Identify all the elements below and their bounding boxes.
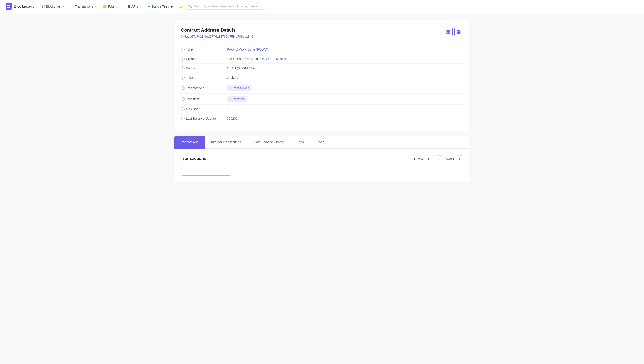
detail-row-creator: i Creator 0xc03d0b–0e2c9a at 0x94c7c2–4c… xyxy=(181,54,463,64)
filter-chevron-icon: ▼ xyxy=(427,157,430,160)
detail-row-last-balance: i Last Balance Update 390202 xyxy=(181,114,463,123)
svg-rect-2 xyxy=(7,7,8,8)
last-balance-info-icon: i xyxy=(181,117,184,120)
navbar: Blockscout ⛓ Blockchain ▼ ⇄ Transactions… xyxy=(0,0,644,13)
detail-row-transactions: i Transactions 0 Transactions xyxy=(181,82,463,94)
view-code-button[interactable] xyxy=(444,28,452,36)
last-balance-label: i Last Balance Update xyxy=(181,117,227,120)
nav-apis[interactable]: ☰ APIs ▼ xyxy=(125,3,144,10)
theme-toggle-button[interactable]: 🌙 xyxy=(177,3,184,10)
brand-icon xyxy=(6,3,12,10)
detail-row-transfers: i Transfers 0 Transfers xyxy=(181,94,463,104)
brand: Blockscout xyxy=(6,3,34,10)
transfers-info-icon: i xyxy=(181,97,184,101)
tab-logs[interactable]: Logs xyxy=(290,136,310,149)
svg-rect-8 xyxy=(457,30,460,34)
table-row-stub xyxy=(181,167,232,176)
creator-contract-link[interactable]: 0x94c7c2–4c7c91 xyxy=(260,57,286,61)
nav-network[interactable]: Stylus Testnet xyxy=(145,3,176,10)
contract-card: Contract Address Details 0x5adc67c7c11fd… xyxy=(174,20,470,130)
transfers-label: i Transfers xyxy=(181,97,227,101)
apis-chevron-icon: ▼ xyxy=(139,5,141,8)
balance-info-icon: i xyxy=(181,66,184,70)
network-status-dot xyxy=(148,6,150,7)
transactions-badge[interactable]: 0 Transactions xyxy=(227,85,252,90)
transactions-section: Transactions Filter: All ▼ ‹ Page 1 › xyxy=(174,149,470,182)
blockchain-icon: ⛓ xyxy=(42,4,45,8)
page-info: Page 1 xyxy=(445,157,454,160)
tab-transactions[interactable]: Transactions xyxy=(174,136,205,149)
balance-label: i Balance xyxy=(181,66,227,70)
tabs-list: Transactions Internal Transactions Coin … xyxy=(174,136,470,149)
svg-rect-4 xyxy=(446,30,448,32)
search-bar[interactable]: 🔍 Search by address, token symbol, name,… xyxy=(185,3,265,10)
nav-transactions[interactable]: ⇄ Transactions ▼ xyxy=(68,3,99,10)
balance-value: 0 ETH ($0.00 USD) xyxy=(227,66,255,70)
creator-address-link[interactable]: 0xc03d0b–0e2c9a xyxy=(227,57,253,61)
tab-coin-balance-history[interactable]: Coin Balance History xyxy=(248,136,290,149)
detail-row-balance: i Balance 0 ETH ($0.00 USD) xyxy=(181,64,463,73)
detail-row-gas-used: i Gas Used 0 xyxy=(181,104,463,114)
section-header: Transactions Filter: All ▼ ‹ Page 1 › xyxy=(181,155,463,162)
gas-used-label: i Gas Used xyxy=(181,107,227,111)
gas-used-value: 0 xyxy=(227,107,229,111)
last-balance-link[interactable]: 390202 xyxy=(227,117,238,120)
svg-rect-3 xyxy=(9,7,10,8)
gas-used-info-icon: i xyxy=(181,107,184,111)
section-controls: Filter: All ▼ ‹ Page 1 › xyxy=(411,155,463,162)
transactions-icon: ⇄ xyxy=(71,4,74,8)
tabs-and-content: Transactions Internal Transactions Coin … xyxy=(174,136,470,182)
transfers-badge[interactable]: 0 Transfers xyxy=(227,96,247,102)
nav-tokens[interactable]: 🪙 Tokens ▼ xyxy=(100,3,124,10)
svg-rect-1 xyxy=(9,5,10,6)
transfers-badge-wrapper: 0 Transfers xyxy=(227,96,247,102)
view-grid-button[interactable] xyxy=(454,28,463,36)
creator-info-icon: i xyxy=(181,57,184,61)
transactions-info-icon: i xyxy=(181,86,184,90)
tab-internal-transactions[interactable]: Internal Transactions xyxy=(205,136,248,149)
creator-at: at xyxy=(255,57,258,61)
token-info-icon: i xyxy=(181,48,184,51)
contract-address-link[interactable]: 0x5adc67c7c11fded1776a13785a75f4e70bcc13… xyxy=(181,35,253,38)
token-label: i Token xyxy=(181,48,227,51)
blockchain-chevron-icon: ▼ xyxy=(62,5,65,8)
svg-rect-5 xyxy=(449,30,450,32)
nav-items: ⛓ Blockchain ▼ ⇄ Transactions ▼ 🪙 Tokens… xyxy=(39,3,638,10)
nav-blockchain[interactable]: ⛓ Blockchain ▼ xyxy=(39,3,68,10)
tabs-container: Transactions Internal Transactions Coin … xyxy=(174,136,470,149)
main-content: Contract Address Details 0x5adc67c7c11fd… xyxy=(168,20,476,182)
last-balance-value: 390202 xyxy=(227,117,238,120)
apis-icon: ☰ xyxy=(128,4,130,8)
card-actions xyxy=(444,28,463,36)
page-title: Contract Address Details xyxy=(181,28,463,33)
filter-button[interactable]: Filter: All ▼ xyxy=(411,155,434,162)
tokens-chevron-icon: ▼ xyxy=(119,5,121,8)
page-prev-button[interactable]: ‹ xyxy=(436,155,443,162)
tab-code[interactable]: Code xyxy=(310,136,331,149)
transactions-chevron-icon: ▼ xyxy=(94,5,96,8)
svg-rect-7 xyxy=(449,32,450,34)
tokens-value: 0 tokens xyxy=(227,76,239,80)
svg-rect-6 xyxy=(446,32,448,34)
transactions-detail-label: i Transactions xyxy=(181,86,227,90)
page-next-button[interactable]: › xyxy=(456,155,463,162)
creator-value: 0xc03d0b–0e2c9a at 0x94c7c2–4c7c91 xyxy=(227,57,286,61)
detail-row-token: i Token Proof of Work Done (POWD) xyxy=(181,45,463,54)
detail-row-tokens: i Tokens 0 tokens xyxy=(181,73,463,82)
svg-rect-0 xyxy=(7,5,8,6)
token-value: Proof of Work Done (POWD) xyxy=(227,48,268,51)
transactions-badge-wrapper: 0 Transactions xyxy=(227,85,252,90)
tokens-icon: 🪙 xyxy=(103,4,107,8)
pagination: ‹ Page 1 › xyxy=(436,155,463,162)
search-icon: 🔍 xyxy=(188,4,192,8)
token-link[interactable]: Proof of Work Done (POWD) xyxy=(227,48,268,51)
creator-label: i Creator xyxy=(181,57,227,61)
brand-name: Blockscout xyxy=(14,4,34,8)
section-title: Transactions xyxy=(181,156,206,161)
tokens-label: i Tokens xyxy=(181,76,227,80)
tokens-info-icon: i xyxy=(181,76,184,80)
